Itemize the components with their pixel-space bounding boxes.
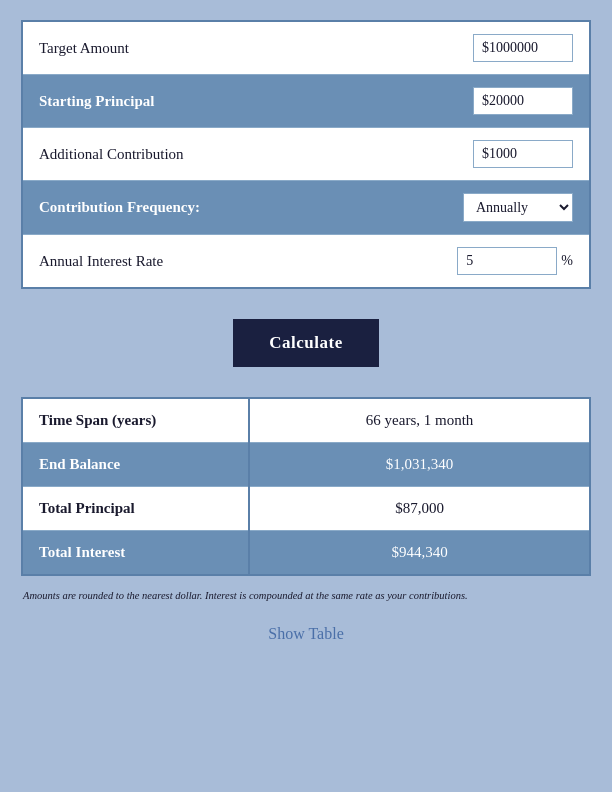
additional-contribution-input-cell [334,128,590,181]
total-principal-value: $87,000 [249,487,590,531]
target-amount-input-cell [334,21,590,75]
time-span-value: 66 years, 1 month [249,398,590,443]
annual-interest-rate-input[interactable] [457,247,557,275]
end-balance-value: $1,031,340 [249,443,590,487]
starting-principal-input[interactable] [473,87,573,115]
calculate-button-wrapper: Calculate [21,319,591,367]
percent-sign: % [561,253,573,269]
total-interest-value: $944,340 [249,531,590,576]
target-amount-label: Target Amount [22,21,334,75]
time-span-label: Time Span (years) [22,398,249,443]
contribution-frequency-label: Contribution Frequency: [22,181,334,235]
annual-interest-rate-label: Annual Interest Rate [22,235,334,289]
contribution-frequency-select[interactable]: AnnuallyMonthlyWeeklyDaily [463,193,573,222]
additional-contribution-input[interactable] [473,140,573,168]
results-note: Amounts are rounded to the nearest dolla… [21,586,591,605]
show-table-link[interactable]: Show Table [268,625,343,643]
starting-principal-label: Starting Principal [22,75,334,128]
target-amount-input[interactable] [473,34,573,62]
calculate-button[interactable]: Calculate [233,319,378,367]
end-balance-label: End Balance [22,443,249,487]
total-interest-label: Total Interest [22,531,249,576]
annual-interest-rate-input-cell: % [334,235,590,289]
input-table: Target Amount Starting Principal Additio… [21,20,591,289]
contribution-frequency-input-cell: AnnuallyMonthlyWeeklyDaily [334,181,590,235]
starting-principal-input-cell [334,75,590,128]
additional-contribution-label: Additional Contribution [22,128,334,181]
results-table: Time Span (years) 66 years, 1 month End … [21,397,591,576]
total-principal-label: Total Principal [22,487,249,531]
